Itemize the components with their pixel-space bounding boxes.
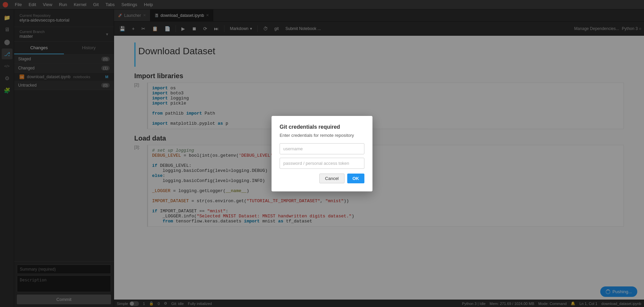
- username-input[interactable]: [280, 143, 364, 154]
- modal-overlay: Git credentials required Enter credentia…: [0, 0, 644, 307]
- git-credentials-modal: Git credentials required Enter credentia…: [272, 116, 372, 191]
- modal-subtitle: Enter credentials for remote repository: [280, 133, 364, 138]
- ok-button[interactable]: OK: [347, 174, 365, 183]
- modal-title: Git credentials required: [280, 124, 364, 130]
- cancel-button[interactable]: Cancel: [319, 174, 344, 183]
- password-input[interactable]: [280, 158, 364, 169]
- modal-buttons: Cancel OK: [280, 174, 364, 183]
